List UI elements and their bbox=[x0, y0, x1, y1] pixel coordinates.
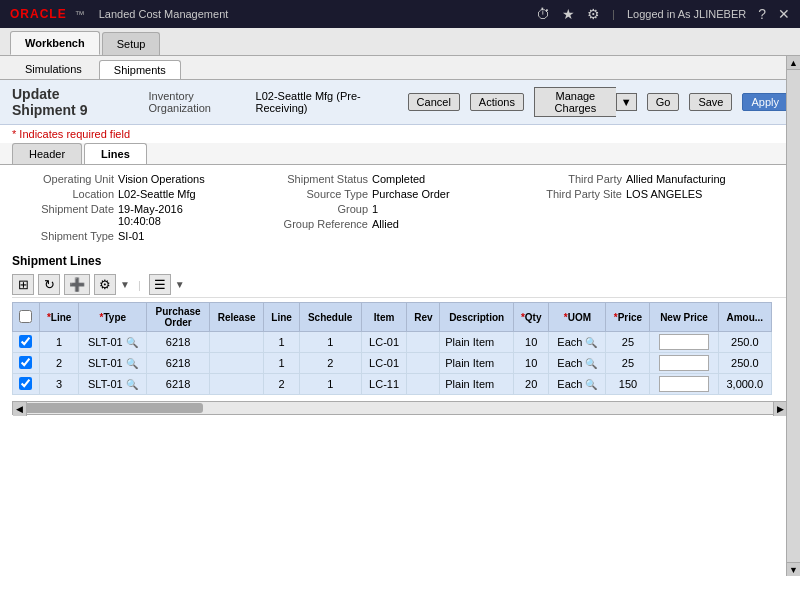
new-price-input-1[interactable] bbox=[659, 355, 709, 371]
row-checkbox-1[interactable] bbox=[19, 356, 32, 369]
cell-qty: 10 bbox=[514, 353, 549, 374]
third-party-site-label: Third Party Site bbox=[532, 188, 622, 200]
type-search-icon[interactable]: 🔍 bbox=[126, 358, 138, 369]
op-unit-label: Operating Unit bbox=[24, 173, 114, 185]
col-line: *Line bbox=[39, 303, 79, 332]
settings-icon[interactable]: ⚙ bbox=[587, 6, 600, 22]
cell-release bbox=[209, 353, 264, 374]
clock-icon[interactable]: ⏱ bbox=[536, 6, 550, 22]
cell-type: SLT-01 🔍 bbox=[79, 374, 147, 395]
actions-button[interactable]: Actions bbox=[470, 93, 524, 111]
manage-charges-dropdown[interactable]: ▼ bbox=[616, 93, 637, 111]
col-purchase-order: PurchaseOrder bbox=[147, 303, 210, 332]
op-unit-value: Vision Operations bbox=[118, 173, 205, 185]
manage-charges-button[interactable]: Manage Charges bbox=[534, 87, 616, 117]
main-tabbar: Workbench Setup bbox=[0, 28, 800, 56]
view-button[interactable]: ☰ bbox=[149, 274, 171, 295]
tab-setup[interactable]: Setup bbox=[102, 32, 161, 55]
cell-line: 3 bbox=[39, 374, 79, 395]
tab-lines[interactable]: Lines bbox=[84, 143, 147, 164]
inv-org-value: L02-Seattle Mfg (Pre-Receiving) bbox=[256, 90, 388, 114]
row-checkbox-0[interactable] bbox=[19, 335, 32, 348]
table-row: 2SLT-01 🔍621812LC-01Plain Item10Each 🔍25… bbox=[13, 353, 772, 374]
type-search-icon[interactable]: 🔍 bbox=[126, 337, 138, 348]
subtab-shipments[interactable]: Shipments bbox=[99, 60, 181, 79]
save-button[interactable]: Save bbox=[689, 93, 732, 111]
cell-rev bbox=[407, 353, 440, 374]
type-search-icon[interactable]: 🔍 bbox=[126, 379, 138, 390]
col-qty: *Qty bbox=[514, 303, 549, 332]
new-price-input-2[interactable] bbox=[659, 376, 709, 392]
cell-select bbox=[13, 353, 40, 374]
shipment-status-label: Shipment Status bbox=[278, 173, 368, 185]
oracle-logo: ORACLE bbox=[10, 7, 67, 21]
cell-qty: 20 bbox=[514, 374, 549, 395]
cell-item: LC-01 bbox=[361, 332, 407, 353]
third-party-value: Allied Manufacturing bbox=[626, 173, 726, 185]
close-icon[interactable]: ✕ bbox=[778, 6, 790, 22]
row-checkbox-2[interactable] bbox=[19, 377, 32, 390]
vertical-scrollbar[interactable]: ▲ ▼ bbox=[786, 56, 800, 576]
tab-workbench[interactable]: Workbench bbox=[10, 31, 100, 55]
inner-tabbar: Header Lines bbox=[0, 143, 800, 165]
go-button[interactable]: Go bbox=[647, 93, 680, 111]
col-price: *Price bbox=[606, 303, 650, 332]
uom-search-icon[interactable]: 🔍 bbox=[585, 337, 597, 348]
uom-search-icon[interactable]: 🔍 bbox=[585, 379, 597, 390]
subtab-simulations[interactable]: Simulations bbox=[10, 59, 97, 79]
refresh-button[interactable]: ↻ bbox=[38, 274, 60, 295]
settings-button[interactable]: ⚙ bbox=[94, 274, 116, 295]
topbar-left: ORACLE ™ Landed Cost Management bbox=[10, 7, 228, 21]
cell-new-price bbox=[650, 353, 718, 374]
location-value: L02-Seattle Mfg bbox=[118, 188, 196, 200]
cell-new-price bbox=[650, 332, 718, 353]
info-col-3: Third Party Allied Manufacturing Third P… bbox=[532, 173, 776, 242]
topbar-right: ⏱ ★ ⚙ | Logged in As JLINEBER ? ✕ bbox=[536, 6, 790, 22]
group-ref-value: Allied bbox=[372, 218, 399, 230]
shipment-type-value: SI-01 bbox=[118, 230, 144, 242]
col-description: Description bbox=[440, 303, 514, 332]
page-header: Update Shipment 9 Inventory Organization… bbox=[0, 80, 800, 125]
select-all-checkbox[interactable] bbox=[19, 310, 32, 323]
cell-amount: 250.0 bbox=[718, 332, 771, 353]
cell-select bbox=[13, 374, 40, 395]
cell-rev bbox=[407, 332, 440, 353]
cell-release bbox=[209, 374, 264, 395]
select-all-button[interactable]: ⊞ bbox=[12, 274, 34, 295]
sub-tabbar: Simulations Shipments bbox=[0, 56, 800, 80]
info-section: Operating Unit Vision Operations Locatio… bbox=[0, 165, 800, 250]
cell-type: SLT-01 🔍 bbox=[79, 353, 147, 374]
tab-header[interactable]: Header bbox=[12, 143, 82, 164]
cell-uom: Each 🔍 bbox=[549, 332, 606, 353]
table-row: 1SLT-01 🔍621811LC-01Plain Item10Each 🔍25… bbox=[13, 332, 772, 353]
favorites-icon[interactable]: ★ bbox=[562, 6, 575, 22]
apply-button[interactable]: Apply bbox=[742, 93, 788, 111]
horizontal-scrollbar[interactable]: ▶ ◀ bbox=[12, 401, 788, 415]
cancel-button[interactable]: Cancel bbox=[408, 93, 460, 111]
cell-qty: 10 bbox=[514, 332, 549, 353]
cell-po: 6218 bbox=[147, 374, 210, 395]
cell-line: 1 bbox=[39, 332, 79, 353]
cell-uom: Each 🔍 bbox=[549, 374, 606, 395]
col-new-price: New Price bbox=[650, 303, 718, 332]
topbar: ORACLE ™ Landed Cost Management ⏱ ★ ⚙ | … bbox=[0, 0, 800, 28]
shipment-date-label: Shipment Date bbox=[24, 203, 114, 227]
shipment-lines-table: *Line *Type PurchaseOrder Release Line S… bbox=[12, 302, 772, 395]
cell-select bbox=[13, 332, 40, 353]
inv-org-label: Inventory Organization bbox=[149, 90, 242, 114]
cell-item: LC-01 bbox=[361, 353, 407, 374]
source-type-label: Source Type bbox=[278, 188, 368, 200]
table-toolbar: ⊞ ↻ ➕ ⚙ ▼ | ☰ ▼ bbox=[12, 272, 788, 298]
table-row: 3SLT-01 🔍621821LC-11Plain Item20Each 🔍15… bbox=[13, 374, 772, 395]
uom-search-icon[interactable]: 🔍 bbox=[585, 358, 597, 369]
cell-amount: 250.0 bbox=[718, 353, 771, 374]
cell-description: Plain Item bbox=[440, 374, 514, 395]
page-title: Update Shipment 9 bbox=[12, 86, 119, 118]
help-icon[interactable]: ? bbox=[758, 6, 766, 22]
scrollbar-thumb[interactable] bbox=[23, 403, 203, 413]
new-price-input-0[interactable] bbox=[659, 334, 709, 350]
required-notice: * Indicates required field bbox=[0, 125, 800, 143]
col-schedule: Schedule bbox=[299, 303, 361, 332]
cell-uom: Each 🔍 bbox=[549, 353, 606, 374]
add-row-button[interactable]: ➕ bbox=[64, 274, 90, 295]
